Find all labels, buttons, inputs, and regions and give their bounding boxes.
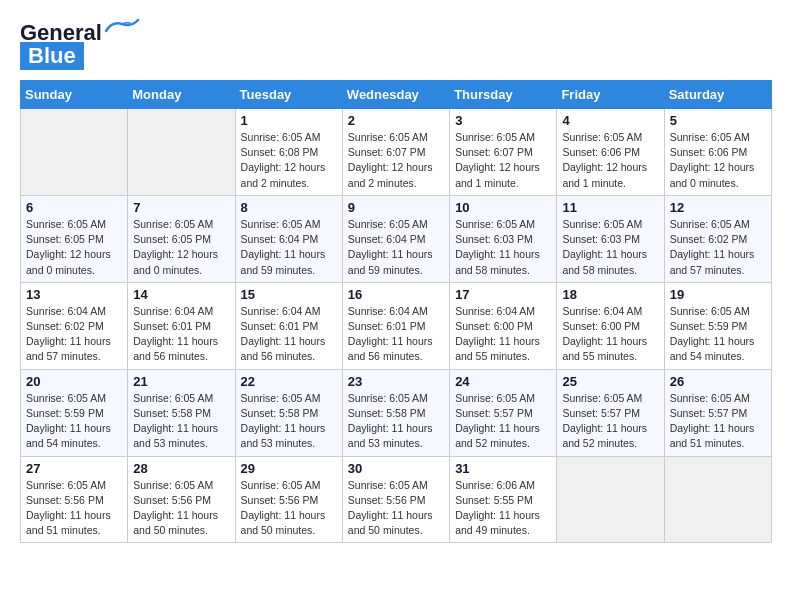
day-number: 4 [562,113,658,128]
day-info: Sunrise: 6:04 AM Sunset: 6:02 PM Dayligh… [26,304,122,365]
calendar-cell: 22Sunrise: 6:05 AM Sunset: 5:58 PM Dayli… [235,369,342,456]
calendar-cell: 18Sunrise: 6:04 AM Sunset: 6:00 PM Dayli… [557,282,664,369]
logo-bird-icon [104,19,140,39]
calendar-cell: 30Sunrise: 6:05 AM Sunset: 5:56 PM Dayli… [342,456,449,543]
day-info: Sunrise: 6:05 AM Sunset: 6:02 PM Dayligh… [670,217,766,278]
day-number: 8 [241,200,337,215]
calendar-table: SundayMondayTuesdayWednesdayThursdayFrid… [20,80,772,543]
day-info: Sunrise: 6:05 AM Sunset: 6:06 PM Dayligh… [562,130,658,191]
day-number: 14 [133,287,229,302]
day-number: 7 [133,200,229,215]
day-number: 18 [562,287,658,302]
day-number: 11 [562,200,658,215]
calendar-cell: 15Sunrise: 6:04 AM Sunset: 6:01 PM Dayli… [235,282,342,369]
week-row-1: 1Sunrise: 6:05 AM Sunset: 6:08 PM Daylig… [21,109,772,196]
calendar-cell [664,456,771,543]
day-info: Sunrise: 6:05 AM Sunset: 5:56 PM Dayligh… [348,478,444,539]
calendar-cell: 8Sunrise: 6:05 AM Sunset: 6:04 PM Daylig… [235,195,342,282]
day-info: Sunrise: 6:05 AM Sunset: 5:56 PM Dayligh… [241,478,337,539]
day-info: Sunrise: 6:05 AM Sunset: 5:57 PM Dayligh… [455,391,551,452]
day-number: 9 [348,200,444,215]
day-number: 30 [348,461,444,476]
calendar-cell: 17Sunrise: 6:04 AM Sunset: 6:00 PM Dayli… [450,282,557,369]
day-info: Sunrise: 6:05 AM Sunset: 6:07 PM Dayligh… [455,130,551,191]
calendar-cell [557,456,664,543]
day-number: 28 [133,461,229,476]
logo: General Blue [20,20,140,70]
calendar-cell: 20Sunrise: 6:05 AM Sunset: 5:59 PM Dayli… [21,369,128,456]
day-info: Sunrise: 6:05 AM Sunset: 5:56 PM Dayligh… [26,478,122,539]
calendar-cell: 11Sunrise: 6:05 AM Sunset: 6:03 PM Dayli… [557,195,664,282]
day-number: 12 [670,200,766,215]
weekday-header-thursday: Thursday [450,81,557,109]
day-number: 13 [26,287,122,302]
calendar-cell: 28Sunrise: 6:05 AM Sunset: 5:56 PM Dayli… [128,456,235,543]
day-number: 29 [241,461,337,476]
day-info: Sunrise: 6:05 AM Sunset: 5:59 PM Dayligh… [26,391,122,452]
calendar-cell: 14Sunrise: 6:04 AM Sunset: 6:01 PM Dayli… [128,282,235,369]
weekday-header-row: SundayMondayTuesdayWednesdayThursdayFrid… [21,81,772,109]
day-info: Sunrise: 6:05 AM Sunset: 6:05 PM Dayligh… [26,217,122,278]
day-info: Sunrise: 6:05 AM Sunset: 6:03 PM Dayligh… [455,217,551,278]
calendar-cell: 31Sunrise: 6:06 AM Sunset: 5:55 PM Dayli… [450,456,557,543]
day-number: 5 [670,113,766,128]
weekday-header-friday: Friday [557,81,664,109]
day-number: 15 [241,287,337,302]
week-row-2: 6Sunrise: 6:05 AM Sunset: 6:05 PM Daylig… [21,195,772,282]
weekday-header-monday: Monday [128,81,235,109]
logo-blue-text: Blue [20,42,84,70]
day-info: Sunrise: 6:05 AM Sunset: 6:05 PM Dayligh… [133,217,229,278]
calendar-cell: 6Sunrise: 6:05 AM Sunset: 6:05 PM Daylig… [21,195,128,282]
weekday-header-sunday: Sunday [21,81,128,109]
page-header: General Blue [20,20,772,70]
calendar-cell: 1Sunrise: 6:05 AM Sunset: 6:08 PM Daylig… [235,109,342,196]
day-info: Sunrise: 6:05 AM Sunset: 6:04 PM Dayligh… [348,217,444,278]
day-info: Sunrise: 6:05 AM Sunset: 5:56 PM Dayligh… [133,478,229,539]
weekday-header-saturday: Saturday [664,81,771,109]
calendar-cell: 4Sunrise: 6:05 AM Sunset: 6:06 PM Daylig… [557,109,664,196]
calendar-cell: 27Sunrise: 6:05 AM Sunset: 5:56 PM Dayli… [21,456,128,543]
day-number: 27 [26,461,122,476]
calendar-cell: 12Sunrise: 6:05 AM Sunset: 6:02 PM Dayli… [664,195,771,282]
calendar-cell [21,109,128,196]
day-info: Sunrise: 6:05 AM Sunset: 6:06 PM Dayligh… [670,130,766,191]
weekday-header-wednesday: Wednesday [342,81,449,109]
calendar-cell: 13Sunrise: 6:04 AM Sunset: 6:02 PM Dayli… [21,282,128,369]
calendar-cell: 5Sunrise: 6:05 AM Sunset: 6:06 PM Daylig… [664,109,771,196]
day-info: Sunrise: 6:05 AM Sunset: 5:57 PM Dayligh… [670,391,766,452]
day-info: Sunrise: 6:05 AM Sunset: 5:59 PM Dayligh… [670,304,766,365]
calendar-cell: 26Sunrise: 6:05 AM Sunset: 5:57 PM Dayli… [664,369,771,456]
calendar-cell: 16Sunrise: 6:04 AM Sunset: 6:01 PM Dayli… [342,282,449,369]
day-info: Sunrise: 6:05 AM Sunset: 5:58 PM Dayligh… [133,391,229,452]
calendar-cell: 23Sunrise: 6:05 AM Sunset: 5:58 PM Dayli… [342,369,449,456]
calendar-cell: 19Sunrise: 6:05 AM Sunset: 5:59 PM Dayli… [664,282,771,369]
day-info: Sunrise: 6:04 AM Sunset: 6:01 PM Dayligh… [133,304,229,365]
day-info: Sunrise: 6:06 AM Sunset: 5:55 PM Dayligh… [455,478,551,539]
day-number: 22 [241,374,337,389]
calendar-cell: 2Sunrise: 6:05 AM Sunset: 6:07 PM Daylig… [342,109,449,196]
day-info: Sunrise: 6:05 AM Sunset: 6:04 PM Dayligh… [241,217,337,278]
day-number: 1 [241,113,337,128]
day-number: 24 [455,374,551,389]
week-row-3: 13Sunrise: 6:04 AM Sunset: 6:02 PM Dayli… [21,282,772,369]
calendar-cell: 29Sunrise: 6:05 AM Sunset: 5:56 PM Dayli… [235,456,342,543]
day-info: Sunrise: 6:04 AM Sunset: 6:00 PM Dayligh… [455,304,551,365]
day-number: 26 [670,374,766,389]
day-number: 10 [455,200,551,215]
calendar-cell: 25Sunrise: 6:05 AM Sunset: 5:57 PM Dayli… [557,369,664,456]
calendar-cell [128,109,235,196]
day-info: Sunrise: 6:05 AM Sunset: 5:58 PM Dayligh… [348,391,444,452]
day-info: Sunrise: 6:05 AM Sunset: 5:57 PM Dayligh… [562,391,658,452]
calendar-cell: 7Sunrise: 6:05 AM Sunset: 6:05 PM Daylig… [128,195,235,282]
day-number: 20 [26,374,122,389]
day-number: 23 [348,374,444,389]
day-number: 3 [455,113,551,128]
day-info: Sunrise: 6:05 AM Sunset: 5:58 PM Dayligh… [241,391,337,452]
weekday-header-tuesday: Tuesday [235,81,342,109]
day-info: Sunrise: 6:04 AM Sunset: 6:01 PM Dayligh… [348,304,444,365]
day-info: Sunrise: 6:05 AM Sunset: 6:08 PM Dayligh… [241,130,337,191]
calendar-cell: 9Sunrise: 6:05 AM Sunset: 6:04 PM Daylig… [342,195,449,282]
day-number: 17 [455,287,551,302]
week-row-5: 27Sunrise: 6:05 AM Sunset: 5:56 PM Dayli… [21,456,772,543]
day-number: 6 [26,200,122,215]
